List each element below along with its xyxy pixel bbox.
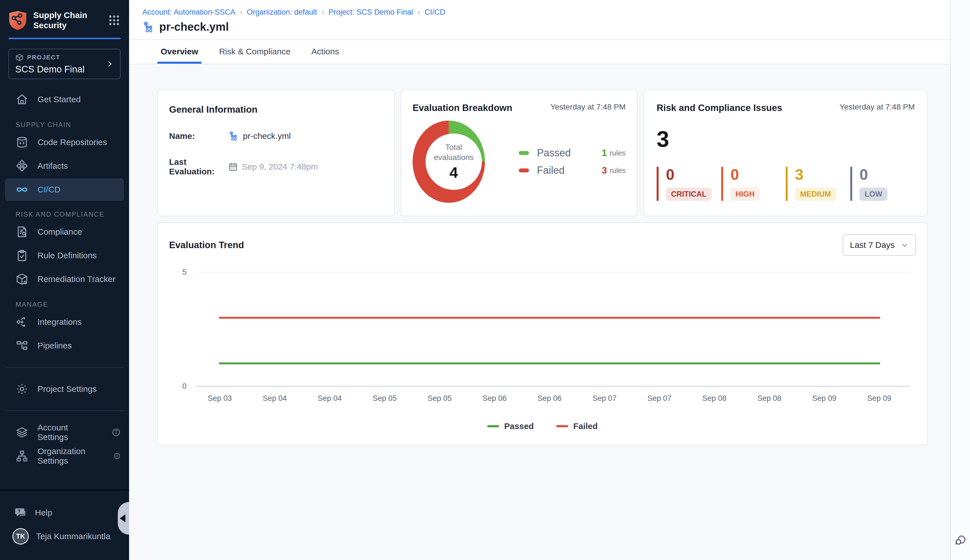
sidebar-item-rule-definitions[interactable]: Rule Definitions — [0, 244, 129, 267]
section-manage: MANAGE — [0, 299, 129, 310]
sidebar: Supply Chain Security PROJECT SCS Demo F… — [0, 0, 129, 560]
donut-total-value: 4 — [449, 164, 458, 181]
pipeline-name-value: pr-check.yml — [243, 131, 291, 141]
severity-critical: 0 CRITICAL — [657, 167, 721, 201]
code-repo-icon — [15, 136, 28, 149]
tab-actions[interactable]: Actions — [311, 47, 339, 64]
evaluations-donut-chart: Total evaluations 4 — [412, 120, 485, 203]
gear-icon — [15, 383, 28, 395]
svg-text:Sep 09: Sep 09 — [867, 394, 892, 403]
last-evaluation-value: Sep 9, 2024 7:48pm — [242, 162, 318, 172]
svg-text:Sep 08: Sep 08 — [757, 394, 781, 403]
sidebar-item-integrations[interactable]: Integrations — [0, 310, 129, 334]
compliance-doc-icon — [15, 225, 28, 238]
breadcrumb-separator: › — [322, 8, 324, 17]
evaluation-trend-card: Evaluation Trend Last 7 Days 50Sep 03Sep… — [157, 223, 928, 445]
passed-swatch — [519, 151, 529, 155]
sidebar-item-get-started[interactable]: Get Started — [0, 88, 129, 111]
card-title: Risk and Compliance Issues — [657, 103, 782, 113]
severity-badge: CRITICAL — [666, 188, 711, 201]
collapse-arrow-icon — [120, 514, 125, 522]
pipeline-icon — [228, 131, 239, 142]
page-header: Account: Automation-SSCA › Organization:… — [129, 0, 950, 40]
chevron-down-icon — [901, 241, 908, 249]
card-title: Evaluation Trend — [169, 240, 244, 250]
calendar-icon — [228, 162, 238, 172]
section-risk-and-compliance: RISK AND COMPLIANCE — [0, 209, 129, 220]
breadcrumb-module[interactable]: CI/CD — [424, 8, 445, 17]
info-icon[interactable] — [112, 427, 120, 437]
remediation-box-icon — [15, 273, 28, 286]
sidebar-divider — [5, 410, 124, 411]
module-switcher-grid-icon[interactable] — [108, 14, 120, 27]
legend-passed-row: Passed 1 rules — [519, 147, 626, 159]
card-title: Evaluation Breakdown — [412, 103, 513, 113]
breadcrumb-project[interactable]: Project: SCS Demo Final — [329, 8, 413, 17]
svg-text:Sep 09: Sep 09 — [812, 394, 836, 403]
org-hierarchy-icon — [15, 450, 28, 463]
svg-text:Sep 07: Sep 07 — [647, 394, 671, 403]
breadcrumb-separator: › — [417, 8, 420, 17]
tab-overview[interactable]: Overview — [160, 47, 198, 64]
svg-text:0: 0 — [182, 382, 187, 390]
trend-legend: Passed Failed — [169, 422, 916, 431]
chat-launcher-icon[interactable] — [954, 533, 967, 547]
sidebar-item-cicd[interactable]: CI/CD — [5, 178, 124, 201]
app-title: Supply Chain Security — [33, 10, 108, 30]
sidebar-item-artifacts[interactable]: Artifacts — [0, 154, 129, 178]
evaluation-legend: Passed 1 rules Failed 3 rules — [519, 147, 626, 176]
sidebar-item-organization-settings[interactable]: Organization Settings — [0, 444, 129, 468]
svg-text:Sep 08: Sep 08 — [702, 394, 726, 403]
svg-text:Sep 06: Sep 06 — [538, 394, 562, 403]
sidebar-item-account-settings[interactable]: Account Settings — [0, 420, 129, 444]
user-menu[interactable]: TK Teja Kummarikuntla — [0, 525, 129, 548]
help-button[interactable]: ? Help — [0, 501, 129, 525]
cicd-infinity-icon — [15, 183, 28, 196]
severity-badge: HIGH — [730, 188, 760, 201]
passed-count: 1 — [602, 148, 607, 158]
svg-text:Sep 03: Sep 03 — [208, 394, 232, 403]
trend-chart: 50Sep 03Sep 04Sep 04Sep 05Sep 05Sep 06Se… — [169, 261, 917, 418]
date-range-select[interactable]: Last 7 Days — [843, 234, 916, 256]
severity-high: 0 HIGH — [721, 167, 786, 201]
tab-risk-compliance[interactable]: Risk & Compliance — [219, 47, 290, 64]
sidebar-item-pipelines[interactable]: Pipelines — [0, 334, 129, 357]
artifacts-icon — [15, 160, 28, 172]
sidebar-item-remediation-tracker[interactable]: Remediation Tracker — [0, 267, 129, 291]
pipelines-nodes-icon — [15, 339, 28, 352]
home-icon — [15, 93, 28, 106]
tab-bar: Overview Risk & Compliance Actions — [129, 40, 950, 64]
failed-count: 3 — [602, 165, 607, 176]
sidebar-item-project-settings[interactable]: Project Settings — [0, 377, 129, 401]
failed-swatch — [519, 168, 529, 172]
pipeline-icon — [142, 21, 155, 33]
svg-text:?: ? — [17, 508, 20, 514]
legend-failed: Failed — [556, 422, 598, 431]
svg-text:Sep 04: Sep 04 — [263, 394, 287, 403]
card-timestamp: Yesterday at 7:48 PM — [550, 103, 626, 112]
svg-text:5: 5 — [182, 268, 187, 276]
sidebar-item-compliance[interactable]: Compliance — [0, 220, 129, 244]
project-label: PROJECT — [27, 54, 60, 61]
svg-text:Sep 04: Sep 04 — [317, 394, 342, 403]
breadcrumb-organization[interactable]: Organization: default — [247, 8, 317, 17]
section-supply-chain: SUPPLY CHAIN — [0, 119, 129, 130]
breadcrumb: Account: Automation-SSCA › Organization:… — [142, 8, 950, 17]
overview-content: General Information Name: pr-check.yml L… — [129, 64, 950, 445]
sidebar-collapse-handle[interactable] — [118, 502, 129, 535]
right-rail — [950, 0, 970, 560]
cube-icon — [15, 53, 24, 62]
sidebar-nav: Get Started SUPPLY CHAIN Code Repositori… — [0, 88, 129, 468]
svg-text:Sep 05: Sep 05 — [427, 394, 452, 403]
severity-medium: 3 MEDIUM — [786, 167, 850, 201]
project-name: SCS Demo Final — [15, 64, 105, 75]
project-selector[interactable]: PROJECT SCS Demo Final — [8, 49, 120, 79]
legend-failed-row: Failed 3 rules — [519, 165, 626, 176]
breadcrumb-separator: › — [240, 8, 242, 17]
breadcrumb-account[interactable]: Account: Automation-SSCA — [142, 8, 235, 17]
sidebar-item-code-repositories[interactable]: Code Repositories — [0, 130, 129, 154]
sidebar-footer: ? Help TK Teja Kummarikuntla — [0, 490, 129, 560]
info-icon[interactable] — [113, 451, 120, 461]
general-information-card: General Information Name: pr-check.yml L… — [157, 90, 394, 216]
card-timestamp: Yesterday at 7:48 PM — [840, 103, 915, 112]
